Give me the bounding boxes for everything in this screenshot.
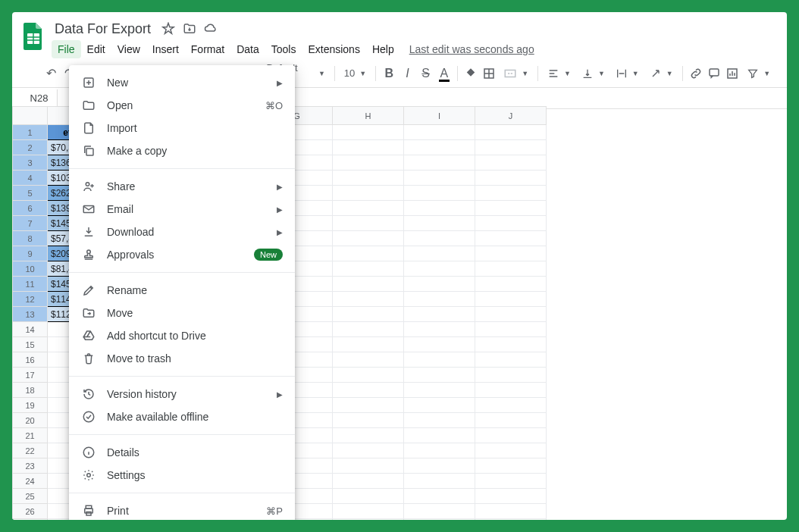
row-23[interactable]: 23 <box>13 458 48 474</box>
row-25[interactable]: 25 <box>13 489 48 504</box>
cell-I10[interactable] <box>404 261 475 277</box>
row-4[interactable]: 4 <box>13 171 48 186</box>
cell-H20[interactable] <box>333 413 404 428</box>
menu-item-print[interactable]: Print ⌘P <box>69 499 295 520</box>
cell-J26[interactable] <box>475 504 547 519</box>
cell-H1[interactable] <box>333 125 404 140</box>
menu-insert[interactable]: Insert <box>146 40 185 58</box>
cell-J17[interactable] <box>475 368 547 383</box>
cell-J12[interactable] <box>475 292 547 307</box>
cell-H17[interactable] <box>333 368 404 383</box>
strike-button[interactable]: S <box>418 64 434 83</box>
cell-I9[interactable] <box>404 246 475 261</box>
menu-item-new[interactable]: New ▶ <box>69 71 295 94</box>
row-3[interactable]: 3 <box>13 155 48 171</box>
cell-J23[interactable] <box>475 458 547 474</box>
cell-J2[interactable] <box>475 140 547 155</box>
name-box[interactable]: N28 <box>21 89 58 107</box>
cell-I3[interactable] <box>404 155 475 171</box>
menu-item-make-available-offline[interactable]: Make available offline <box>69 405 295 428</box>
cell-J13[interactable] <box>475 307 547 322</box>
cell-H7[interactable] <box>333 216 404 231</box>
row-24[interactable]: 24 <box>13 474 48 489</box>
cell-J21[interactable] <box>475 428 547 443</box>
menu-item-make-a-copy[interactable]: Make a copy <box>69 139 295 162</box>
cell-I17[interactable] <box>404 368 475 383</box>
fillcolor-button[interactable] <box>462 64 479 83</box>
row-12[interactable]: 12 <box>13 292 48 307</box>
cell-H13[interactable] <box>333 307 404 322</box>
cell-I5[interactable] <box>404 186 475 201</box>
cell-H25[interactable] <box>333 489 404 504</box>
cell-H26[interactable] <box>333 504 404 519</box>
row-22[interactable]: 22 <box>13 443 48 458</box>
cell-H10[interactable] <box>333 261 404 277</box>
cell-J5[interactable] <box>475 186 547 201</box>
chart-button[interactable] <box>724 64 741 83</box>
menu-item-details[interactable]: Details <box>69 441 295 464</box>
cell-I12[interactable] <box>404 292 475 307</box>
row-26[interactable]: 26 <box>13 504 48 519</box>
merge-button[interactable]: ▼ <box>499 64 533 83</box>
cell-I16[interactable] <box>404 352 475 368</box>
cell-H22[interactable] <box>333 443 404 458</box>
menu-item-share[interactable]: Share ▶ <box>69 175 295 198</box>
cell-I8[interactable] <box>404 231 475 246</box>
cell-H9[interactable] <box>333 246 404 261</box>
row-10[interactable]: 10 <box>13 261 48 277</box>
menu-item-rename[interactable]: Rename <box>69 279 295 302</box>
menu-edit[interactable]: Edit <box>81 40 111 58</box>
cloud-icon[interactable] <box>204 22 218 36</box>
row-17[interactable]: 17 <box>13 368 48 383</box>
menu-file[interactable]: File <box>52 40 81 58</box>
cell-H14[interactable] <box>333 322 404 337</box>
cell-I18[interactable] <box>404 383 475 398</box>
cell-H4[interactable] <box>333 171 404 186</box>
cell-H15[interactable] <box>333 337 404 352</box>
borders-button[interactable] <box>481 64 497 83</box>
cell-J6[interactable] <box>475 201 547 216</box>
textcolor-button[interactable]: A <box>436 64 453 83</box>
valign-button[interactable]: ▼ <box>577 64 609 83</box>
undo-button[interactable]: ↶ <box>42 64 59 83</box>
menu-data[interactable]: Data <box>230 40 265 58</box>
cell-I4[interactable] <box>404 171 475 186</box>
row-9[interactable]: 9 <box>13 246 48 261</box>
document-title[interactable]: Data For Export <box>52 20 154 39</box>
rotate-button[interactable]: ▼ <box>645 64 678 83</box>
cell-H21[interactable] <box>333 428 404 443</box>
row-19[interactable]: 19 <box>13 398 48 413</box>
row-6[interactable]: 6 <box>13 201 48 216</box>
cell-I25[interactable] <box>404 489 475 504</box>
row-14[interactable]: 14 <box>13 322 48 337</box>
menu-item-add-shortcut-to-drive[interactable]: Add shortcut to Drive <box>69 324 295 347</box>
cell-J14[interactable] <box>475 322 547 337</box>
cell-J15[interactable] <box>475 337 547 352</box>
cell-J22[interactable] <box>475 443 547 458</box>
cell-J18[interactable] <box>475 383 547 398</box>
cell-J10[interactable] <box>475 261 547 277</box>
row-21[interactable]: 21 <box>13 428 48 443</box>
cell-I1[interactable] <box>404 125 475 140</box>
cell-J11[interactable] <box>475 277 547 292</box>
cell-H18[interactable] <box>333 383 404 398</box>
menu-item-import[interactable]: Import <box>69 117 295 139</box>
comment-button[interactable] <box>706 64 722 83</box>
cell-J25[interactable] <box>475 489 547 504</box>
bold-button[interactable]: B <box>381 64 397 83</box>
cell-J20[interactable] <box>475 413 547 428</box>
menu-item-version-history[interactable]: Version history ▶ <box>69 383 295 405</box>
menu-extensions[interactable]: Extensions <box>302 40 365 58</box>
cell-J3[interactable] <box>475 155 547 171</box>
cell-H5[interactable] <box>333 186 404 201</box>
row-18[interactable]: 18 <box>13 383 48 398</box>
menu-item-email[interactable]: Email ▶ <box>69 198 295 221</box>
row-16[interactable]: 16 <box>13 352 48 368</box>
row-7[interactable]: 7 <box>13 216 48 231</box>
cell-I6[interactable] <box>404 201 475 216</box>
cell-H27[interactable] <box>333 519 404 521</box>
cell-J4[interactable] <box>475 171 547 186</box>
cell-H16[interactable] <box>333 352 404 368</box>
row-8[interactable]: 8 <box>13 231 48 246</box>
menu-help[interactable]: Help <box>366 40 400 58</box>
